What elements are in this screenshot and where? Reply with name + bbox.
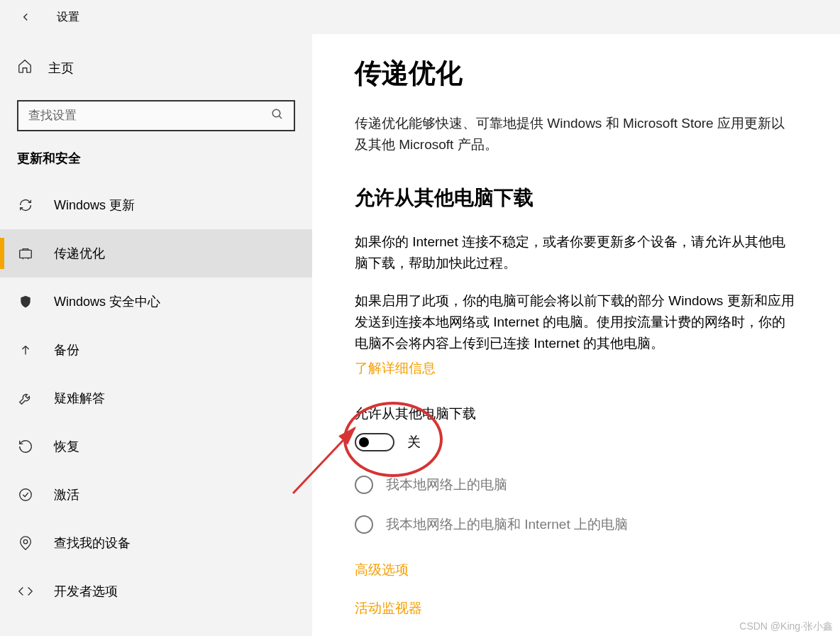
sidebar-item-recovery[interactable]: 恢复 xyxy=(0,422,312,471)
sidebar-group-title: 更新和安全 xyxy=(0,150,312,181)
activity-monitor-link[interactable]: 活动监视器 xyxy=(355,599,797,618)
radio-label-2: 我本地网络上的电脑和 Internet 上的电脑 xyxy=(386,515,628,534)
advanced-options-link[interactable]: 高级选项 xyxy=(355,561,797,579)
sidebar-item-activation[interactable]: 激活 xyxy=(0,471,312,519)
sidebar: 主页 更新和安全 Windows 更新传递优化Windows 安全中心备份疑难解… xyxy=(0,34,312,636)
section-para2: 如果启用了此项，你的电脑可能会将以前下载的部分 Windows 更新和应用发送到… xyxy=(355,290,797,355)
search-box[interactable] xyxy=(17,100,295,131)
sidebar-item-label: 激活 xyxy=(54,486,79,503)
activation-icon xyxy=(17,487,34,503)
radio-icon xyxy=(355,515,373,534)
home-icon xyxy=(17,58,34,77)
svg-point-2 xyxy=(20,489,32,501)
radio-label-1: 我本地网络上的电脑 xyxy=(386,476,507,494)
sidebar-item-label: Windows 更新 xyxy=(54,197,135,214)
home-button[interactable]: 主页 xyxy=(0,51,312,84)
sidebar-item-developer[interactable]: 开发者选项 xyxy=(0,567,312,615)
sidebar-item-backup[interactable]: 备份 xyxy=(0,326,312,374)
sidebar-item-sync[interactable]: Windows 更新 xyxy=(0,181,312,229)
recovery-icon xyxy=(17,439,34,454)
section-para1: 如果你的 Internet 连接不稳定，或者你要更新多个设备，请允许从其他电脑下… xyxy=(355,231,797,275)
svg-rect-1 xyxy=(20,250,32,258)
backup-icon xyxy=(17,342,34,358)
radio-local-and-internet: 我本地网络上的电脑和 Internet 上的电脑 xyxy=(355,515,797,534)
sidebar-item-label: 备份 xyxy=(54,341,79,358)
sync-icon xyxy=(17,197,34,213)
toggle-label-row: 允许从其他电脑下载 xyxy=(355,405,797,423)
sidebar-item-label: 查找我的设备 xyxy=(54,534,131,552)
sidebar-item-shield[interactable]: Windows 安全中心 xyxy=(0,278,312,326)
search-input[interactable] xyxy=(18,109,271,123)
page-description: 传递优化能够快速、可靠地提供 Windows 和 Microsoft Store… xyxy=(355,113,797,156)
find-icon xyxy=(17,535,34,551)
sidebar-item-label: Windows 安全中心 xyxy=(54,293,160,310)
svg-point-3 xyxy=(23,539,28,544)
sidebar-item-delivery[interactable]: 传递优化 xyxy=(0,229,312,278)
troubleshoot-icon xyxy=(17,390,34,406)
watermark: CSDN @King·张小鑫 xyxy=(739,620,833,633)
svg-point-0 xyxy=(272,109,280,117)
sidebar-item-label: 恢复 xyxy=(54,438,79,455)
shield-icon xyxy=(17,294,34,309)
delivery-icon xyxy=(17,246,34,261)
sidebar-item-label: 传递优化 xyxy=(54,245,105,262)
sidebar-item-troubleshoot[interactable]: 疑难解答 xyxy=(0,374,312,422)
header-title: 设置 xyxy=(57,10,79,25)
search-icon xyxy=(271,108,284,124)
sidebar-item-find[interactable]: 查找我的设备 xyxy=(0,519,312,567)
radio-icon xyxy=(355,476,373,494)
sidebar-item-label: 疑难解答 xyxy=(54,390,105,407)
radio-local-network: 我本地网络上的电脑 xyxy=(355,476,797,494)
learn-more-link[interactable]: 了解详细信息 xyxy=(355,359,436,378)
toggle-state: 关 xyxy=(407,433,421,451)
download-toggle[interactable] xyxy=(355,433,394,451)
app-header: 设置 xyxy=(0,0,840,34)
developer-icon xyxy=(17,583,34,599)
page-title: 传递优化 xyxy=(355,55,797,92)
sidebar-item-label: 开发者选项 xyxy=(54,583,118,600)
back-button[interactable] xyxy=(16,7,35,27)
main-content: 传递优化 传递优化能够快速、可靠地提供 Windows 和 Microsoft … xyxy=(312,34,840,636)
section-title: 允许从其他电脑下载 xyxy=(355,185,797,212)
home-label: 主页 xyxy=(48,60,74,77)
